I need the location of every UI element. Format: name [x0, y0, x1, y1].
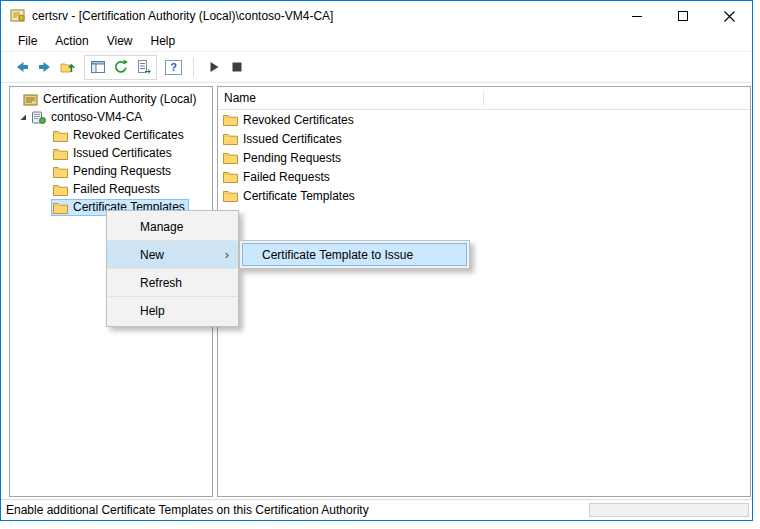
certsrv-window: certsrv - [Certification Authority (Loca…	[0, 0, 753, 521]
tree-node-revoked-certificates[interactable]: Revoked Certificates	[10, 126, 212, 144]
window-title: certsrv - [Certification Authority (Loca…	[32, 9, 333, 23]
status-panel	[589, 503, 749, 517]
tree-node-label: Failed Requests	[73, 182, 160, 196]
context-menu: Manage New › Refresh Help	[106, 210, 239, 327]
list-item-label: Failed Requests	[243, 170, 330, 184]
column-divider[interactable]	[483, 91, 484, 106]
export-list-button[interactable]	[132, 56, 155, 79]
tree-node-label: Certification Authority (Local)	[43, 92, 196, 106]
tree-node-certification-authority[interactable]: Certification Authority (Local)	[10, 90, 212, 108]
list-header: Name	[218, 87, 750, 110]
start-service-icon	[206, 59, 222, 75]
folder-icon	[53, 129, 68, 142]
refresh-icon	[113, 59, 129, 75]
context-menu-item-manage[interactable]: Manage	[107, 213, 238, 240]
list-item-failed-requests[interactable]: Failed Requests	[218, 167, 750, 186]
window-controls	[614, 1, 752, 31]
close-icon	[724, 11, 735, 22]
results-pane: Name Revoked Certificates Issued Certifi…	[217, 86, 751, 497]
tree-node-failed-requests[interactable]: Failed Requests	[10, 180, 212, 198]
submenu-item-certificate-template-to-issue[interactable]: Certificate Template to Issue	[242, 243, 467, 266]
show-console-tree-icon	[90, 59, 106, 75]
close-button[interactable]	[706, 1, 752, 31]
list-item-revoked-certificates[interactable]: Revoked Certificates	[218, 110, 750, 129]
context-menu-item-refresh[interactable]: Refresh	[107, 269, 238, 296]
folder-icon	[223, 151, 238, 164]
stop-service-button[interactable]	[225, 56, 248, 79]
tree-node-label: Pending Requests	[73, 164, 171, 178]
stop-service-icon	[229, 59, 245, 75]
tree-node-contoso-vm4-ca[interactable]: contoso-VM4-CA	[10, 108, 212, 126]
back-icon	[14, 59, 30, 75]
column-header-name[interactable]: Name	[218, 91, 256, 105]
list-item-label: Certificate Templates	[243, 189, 355, 203]
folder-icon	[223, 132, 238, 145]
list-item-certificate-templates[interactable]: Certificate Templates	[218, 186, 750, 205]
maximize-button[interactable]	[660, 1, 706, 31]
list-item-issued-certificates[interactable]: Issued Certificates	[218, 129, 750, 148]
context-menu-item-help[interactable]: Help	[107, 297, 238, 324]
tree-node-label: Revoked Certificates	[73, 128, 184, 142]
help-button[interactable]: ?	[162, 56, 185, 79]
status-bar: Enable additional Certificate Templates …	[1, 499, 752, 520]
list-item-label: Issued Certificates	[243, 132, 342, 146]
menu-bar: File Action View Help	[1, 31, 752, 52]
app-icon	[10, 8, 26, 24]
certification-authority-icon	[23, 92, 38, 107]
folder-icon	[223, 113, 238, 126]
tree-node-issued-certificates[interactable]: Issued Certificates	[10, 144, 212, 162]
folder-icon	[223, 189, 238, 202]
submenu-arrow-icon: ›	[225, 247, 229, 262]
chevron-expanded-icon[interactable]	[19, 113, 28, 122]
status-text: Enable additional Certificate Templates …	[6, 503, 369, 517]
list-item-label: Pending Requests	[243, 151, 341, 165]
back-button[interactable]	[10, 56, 33, 79]
refresh-button[interactable]	[109, 56, 132, 79]
context-submenu: Certificate Template to Issue	[239, 240, 470, 269]
ca-server-icon	[32, 110, 46, 125]
forward-button[interactable]	[33, 56, 56, 79]
show-console-tree-button[interactable]	[86, 56, 109, 79]
tree-node-label: contoso-VM4-CA	[51, 110, 142, 124]
menu-help[interactable]: Help	[142, 32, 185, 50]
folder-icon	[53, 147, 68, 160]
menu-action[interactable]: Action	[46, 32, 97, 50]
up-one-level-icon	[60, 59, 76, 75]
context-menu-item-label: New	[140, 248, 164, 262]
forward-icon	[37, 59, 53, 75]
help-icon: ?	[165, 60, 182, 75]
context-menu-item-new[interactable]: New ›	[107, 241, 238, 268]
list-item-label: Revoked Certificates	[243, 113, 354, 127]
start-service-button[interactable]	[202, 56, 225, 79]
up-one-level-button[interactable]	[56, 56, 79, 79]
toolbar-group	[84, 55, 157, 80]
folder-icon	[53, 165, 68, 178]
folder-icon	[53, 183, 68, 196]
folder-icon	[223, 170, 238, 183]
menu-view[interactable]: View	[98, 32, 142, 50]
minimize-icon	[632, 16, 642, 17]
folder-icon	[53, 201, 68, 214]
maximize-icon	[678, 11, 688, 21]
list-item-pending-requests[interactable]: Pending Requests	[218, 148, 750, 167]
tree-node-label: Issued Certificates	[73, 146, 172, 160]
export-list-icon	[136, 59, 152, 75]
toolbar-separator	[193, 58, 194, 77]
tree-node-pending-requests[interactable]: Pending Requests	[10, 162, 212, 180]
minimize-button[interactable]	[614, 1, 660, 31]
title-bar[interactable]: certsrv - [Certification Authority (Loca…	[1, 1, 752, 31]
menu-file[interactable]: File	[9, 32, 46, 50]
toolbar: ?	[1, 52, 752, 83]
